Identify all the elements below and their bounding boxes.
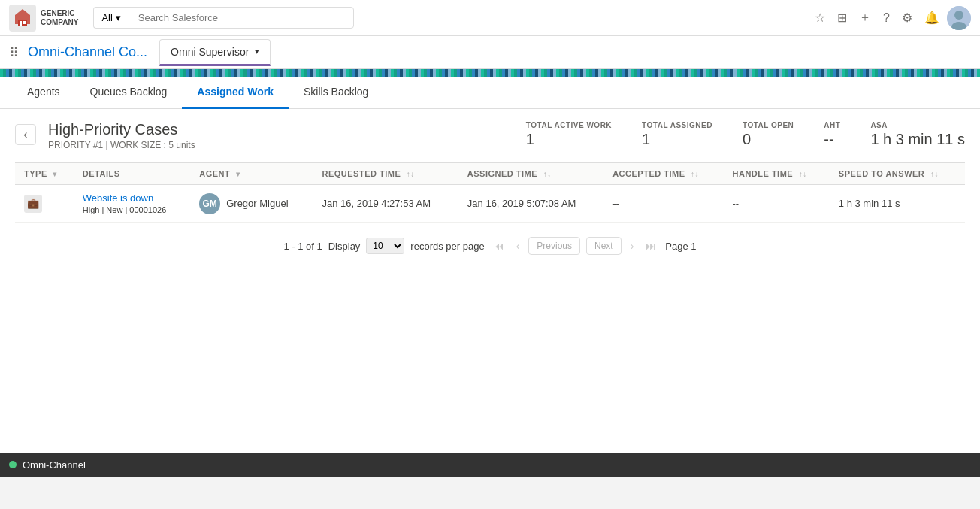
sort-requested-icon: ↑↓ xyxy=(407,170,415,178)
first-page-button[interactable]: ⏮ xyxy=(491,237,507,255)
last-page-button[interactable]: ⏭ xyxy=(643,237,659,255)
col-speed-to-answer[interactable]: SPEED TO ANSWER ↑↓ xyxy=(830,163,965,185)
previous-button[interactable]: Previous xyxy=(528,237,580,255)
settings-icon-btn[interactable]: ⚙ xyxy=(897,6,917,29)
next-arrow-button[interactable]: › xyxy=(628,237,637,255)
user-avatar-btn[interactable] xyxy=(947,6,971,30)
next-button[interactable]: Next xyxy=(586,237,622,255)
per-page-label: records per page xyxy=(410,241,484,252)
svg-rect-3 xyxy=(20,21,22,26)
tabs-bar: Agents Queues Backlog Assigned Work Skil… xyxy=(0,77,980,109)
agent-name: Gregor Miguel xyxy=(226,198,288,209)
tab-agents[interactable]: Agents xyxy=(12,77,75,109)
status-bar: Omni-Channel xyxy=(0,453,980,477)
search-input[interactable] xyxy=(129,7,354,29)
svg-point-6 xyxy=(954,11,963,20)
star-icon-btn[interactable]: ☆ xyxy=(810,6,830,29)
cell-details: Website is down High | New | 00001026 xyxy=(74,185,190,223)
status-dot xyxy=(9,461,17,468)
col-agent[interactable]: AGENT ▾ xyxy=(190,163,313,185)
cell-agent: GM Gregor Miguel xyxy=(190,185,313,223)
cell-assigned-time: Jan 16, 2019 5:07:08 AM xyxy=(458,185,603,223)
cell-speed-to-answer: 1 h 3 min 11 s xyxy=(830,185,965,223)
prev-arrow-button[interactable]: ‹ xyxy=(513,237,523,255)
sort-speed-icon: ↑↓ xyxy=(930,170,939,178)
stat-total-assigned: TOTAL ASSIGNED 1 xyxy=(642,121,712,148)
queue-name: High-Priority Cases xyxy=(48,121,514,138)
pagination-bar: 1 - 1 of 1 Display 10 25 50 100 records … xyxy=(0,229,980,262)
col-accepted-time[interactable]: ACCEPTED TIME ↑↓ xyxy=(603,163,723,185)
company-name: GENERICCOMPANY xyxy=(41,9,78,27)
sort-agent-icon: ▾ xyxy=(236,170,240,178)
app-title: Omni-Channel Co... xyxy=(28,44,147,60)
queue-stats: TOTAL ACTIVE WORK 1 TOTAL ASSIGNED 1 TOT… xyxy=(526,121,965,148)
svg-rect-4 xyxy=(23,21,26,24)
nav-icons: ☆ ⊞ ＋ ? ⚙ 🔔 xyxy=(810,5,971,30)
table-row: 💼 Website is down High | New | 00001026 … xyxy=(15,185,965,223)
app-header: ⠿ Omni-Channel Co... Omni Supervisor ▾ xyxy=(0,36,980,69)
queue-info: High-Priority Cases PRIORITY #1 | WORK S… xyxy=(48,121,514,150)
cell-handle-time: -- xyxy=(724,185,830,223)
col-type[interactable]: TYPE ▾ xyxy=(15,163,74,185)
stat-aht: AHT -- xyxy=(824,121,840,148)
tab-skills-backlog[interactable]: Skills Backlog xyxy=(289,77,383,109)
cell-requested-time: Jan 16, 2019 4:27:53 AM xyxy=(313,185,458,223)
page-indicator: Page 1 xyxy=(665,241,696,252)
teal-banner xyxy=(0,69,980,77)
top-nav: GENERICCOMPANY All ▾ ☆ ⊞ ＋ ? ⚙ 🔔 xyxy=(0,0,980,36)
stat-asa: ASA 1 h 3 min 11 s xyxy=(870,121,965,148)
col-handle-time[interactable]: HANDLE TIME ↑↓ xyxy=(724,163,830,185)
search-scope-chevron: ▾ xyxy=(116,12,121,23)
back-button[interactable]: ‹ xyxy=(15,124,36,145)
search-scope-button[interactable]: All ▾ xyxy=(93,7,128,29)
case-type-icon: 💼 xyxy=(24,195,42,213)
sort-handle-icon: ↑↓ xyxy=(799,170,807,178)
table-header-row: TYPE ▾ DETAILS AGENT ▾ REQUESTED TIME ↑↓ xyxy=(15,163,965,185)
company-logo xyxy=(9,5,36,32)
status-label: Omni-Channel xyxy=(23,459,86,471)
stat-total-active-work: TOTAL ACTIVE WORK 1 xyxy=(526,121,612,148)
queue-priority: PRIORITY #1 xyxy=(48,140,103,150)
queue-work-size: WORK SIZE : 5 units xyxy=(110,140,195,150)
col-assigned-time[interactable]: ASSIGNED TIME ↑↓ xyxy=(458,163,603,185)
logo-area: GENERICCOMPANY xyxy=(9,5,78,32)
queue-header: ‹ High-Priority Cases PRIORITY #1 | WORK… xyxy=(15,121,965,150)
help-icon-btn[interactable]: ? xyxy=(879,7,894,29)
agent-avatar: GM xyxy=(199,193,220,214)
tab-queues-backlog[interactable]: Queues Backlog xyxy=(75,77,183,109)
sort-assigned-icon: ↑↓ xyxy=(543,170,552,178)
search-scope-label: All xyxy=(101,12,112,23)
svg-rect-2 xyxy=(18,20,27,26)
queue-meta: PRIORITY #1 | WORK SIZE : 5 units xyxy=(48,140,514,150)
grid-toggle-btn[interactable]: ⊞ xyxy=(833,6,851,29)
stat-total-open: TOTAL OPEN 0 xyxy=(743,121,794,148)
waffle-menu-btn[interactable]: ⠿ xyxy=(9,44,19,61)
case-meta: High | New | 00001026 xyxy=(83,205,181,214)
tab-assigned-work[interactable]: Assigned Work xyxy=(182,77,289,109)
pagination-range: 1 - 1 of 1 xyxy=(283,241,322,252)
avatar-svg xyxy=(947,6,971,30)
active-tab-pill[interactable]: Omni Supervisor ▾ xyxy=(159,39,271,66)
tab-pill-chevron: ▾ xyxy=(255,47,259,56)
case-title-link[interactable]: Website is down xyxy=(83,192,153,204)
sort-type-icon: ▾ xyxy=(53,170,57,178)
queue-section: ‹ High-Priority Cases PRIORITY #1 | WORK… xyxy=(0,109,980,229)
records-per-page-select[interactable]: 10 25 50 100 xyxy=(366,238,404,254)
bell-icon-btn[interactable]: 🔔 xyxy=(920,6,944,29)
main-content: Agents Queues Backlog Assigned Work Skil… xyxy=(0,77,980,453)
agent-cell: GM Gregor Miguel xyxy=(199,193,304,214)
sort-accepted-icon: ↑↓ xyxy=(691,170,699,178)
add-icon-btn[interactable]: ＋ xyxy=(854,5,876,30)
display-label: Display xyxy=(328,241,361,252)
tab-pill-label: Omni Supervisor xyxy=(171,46,249,58)
col-requested-time[interactable]: REQUESTED TIME ↑↓ xyxy=(313,163,458,185)
col-details: DETAILS xyxy=(74,163,190,185)
cell-type: 💼 xyxy=(15,185,74,223)
search-area: All ▾ xyxy=(93,7,469,29)
cell-accepted-time: -- xyxy=(603,185,723,223)
assigned-work-table: TYPE ▾ DETAILS AGENT ▾ REQUESTED TIME ↑↓ xyxy=(15,162,965,223)
